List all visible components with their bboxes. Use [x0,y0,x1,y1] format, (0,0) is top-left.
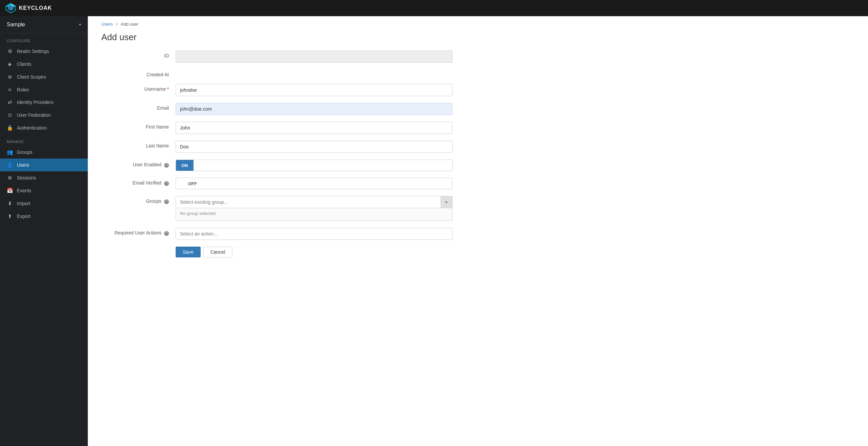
add-user-form: ID Created At Username* [88,51,868,271]
form-buttons: Save Cancel [101,247,854,257]
email-verified-toggle[interactable]: OFF [176,178,453,189]
groups-no-selection-text: No group selected [180,211,216,216]
groups-field-wrap: ▾ No group selected [176,196,453,221]
required-actions-help-icon[interactable]: ? [164,231,169,236]
email-row: Email [101,103,854,115]
first-name-label: First Name [101,122,176,130]
chevron-down-icon: ▾ [79,22,81,27]
email-label: Email [101,103,176,111]
last-name-field[interactable] [176,141,453,153]
email-verified-toggle-wrap: OFF [176,178,453,189]
export-icon: ⬆ [7,213,13,219]
identity-providers-icon: ⇄ [7,99,13,105]
email-verified-help-icon[interactable]: ? [164,181,169,186]
sidebar-item-export[interactable]: ⬆ Export [0,210,88,223]
clients-icon: ◈ [7,61,13,67]
sidebar-item-roles[interactable]: ≡ Roles [0,83,88,96]
groups-help-icon[interactable]: ? [164,199,169,204]
manage-section-label: Manage [0,134,88,146]
first-name-field[interactable] [176,122,453,134]
logo: KEYCLOAK [5,3,52,13]
user-enabled-help-icon[interactable]: ? [164,163,169,168]
import-icon: ⬇ [7,200,13,206]
groups-label: Groups ? [101,196,176,204]
users-icon: 👤 [7,162,13,168]
sidebar-item-label: Identity Providers [17,100,53,105]
sidebar: Sample ▾ Configure ⚙ Realm Settings ◈ Cl… [0,16,88,446]
breadcrumb-current: Add user [121,22,138,27]
sessions-icon: ⊕ [7,175,13,181]
email-field-wrap [176,103,453,115]
username-required-marker: * [167,86,169,92]
required-actions-label: Required User Actions ? [101,228,176,236]
sidebar-item-label: Sessions [17,175,36,180]
first-name-row: First Name [101,122,854,134]
sidebar-item-user-federation[interactable]: ⊙ User Federation [0,109,88,121]
save-button[interactable]: Save [176,247,201,257]
sidebar-item-label: User Federation [17,112,51,118]
created-at-row: Created At [101,69,854,77]
sidebar-item-label: Authentication [17,125,47,131]
groups-selected-box: No group selected [176,208,453,221]
sidebar-item-realm-settings[interactable]: ⚙ Realm Settings [0,45,88,58]
groups-select-input[interactable] [176,196,453,208]
sidebar-item-groups[interactable]: 👥 Groups [0,146,88,159]
events-icon: 📅 [7,188,13,194]
sidebar-item-label: Realm Settings [17,49,49,54]
id-field-wrap [176,51,453,63]
required-actions-field-wrap [176,228,453,240]
toggle-on-button[interactable]: ON [176,160,194,171]
realm-settings-icon: ⚙ [7,48,13,54]
user-enabled-toggle[interactable]: ON [176,160,453,171]
sidebar-item-sessions[interactable]: ⊕ Sessions [0,171,88,184]
main-layout: Sample ▾ Configure ⚙ Realm Settings ◈ Cl… [0,16,868,446]
user-enabled-row: User Enabled ? ON [101,160,854,171]
required-actions-input[interactable] [176,228,453,240]
sidebar-item-users[interactable]: 👤 Users [0,159,88,171]
created-at-label: Created At [101,69,176,77]
sidebar-item-import[interactable]: ⬇ Import [0,197,88,210]
realm-selector[interactable]: Sample ▾ [0,16,88,33]
roles-icon: ≡ [7,87,13,92]
sidebar-item-label: Groups [17,149,32,155]
sidebar-item-label: Users [17,162,29,168]
username-row: Username* [101,84,854,96]
email-field[interactable] [176,103,453,115]
username-field-wrap [176,84,453,96]
last-name-row: Last Name [101,141,854,153]
authentication-icon: 🔒 [7,125,13,131]
user-federation-icon: ⊙ [7,112,13,118]
sidebar-item-label: Events [17,188,31,193]
id-row: ID [101,51,854,63]
username-field[interactable] [176,84,453,96]
toggle-on-slot[interactable] [176,178,184,189]
sidebar-item-identity-providers[interactable]: ⇄ Identity Providers [0,96,88,109]
username-label: Username* [101,84,176,92]
groups-select-wrap: ▾ [176,196,453,208]
sidebar-item-label: Roles [17,87,29,92]
topbar: KEYCLOAK [0,0,868,16]
sidebar-item-client-scopes[interactable]: ⊚ Client Scopes [0,71,88,83]
groups-row: Groups ? ▾ No group selected [101,196,854,221]
toggle-off-slot[interactable] [194,160,202,171]
page-title: Add user [88,29,868,51]
configure-section-label: Configure [0,33,88,45]
logo-text: KEYCLOAK [19,5,52,11]
toggle-off-button[interactable]: OFF [184,178,201,189]
sidebar-item-label: Export [17,214,30,219]
sidebar-item-label: Import [17,201,30,206]
breadcrumb-users-link[interactable]: Users [101,22,113,27]
id-field[interactable] [176,51,453,63]
last-name-field-wrap [176,141,453,153]
user-enabled-toggle-wrap: ON [176,160,453,171]
sidebar-item-authentication[interactable]: 🔒 Authentication [0,121,88,134]
sidebar-item-clients[interactable]: ◈ Clients [0,58,88,71]
content-area: Users > Add user Add user ID Created At [88,16,868,446]
breadcrumb: Users > Add user [88,16,868,29]
sidebar-item-label: Clients [17,61,31,67]
user-enabled-label: User Enabled ? [101,160,176,168]
cancel-button[interactable]: Cancel [203,247,232,257]
email-verified-label: Email Verified ? [101,178,176,186]
groups-dropdown-arrow[interactable]: ▾ [440,196,453,208]
sidebar-item-events[interactable]: 📅 Events [0,184,88,197]
